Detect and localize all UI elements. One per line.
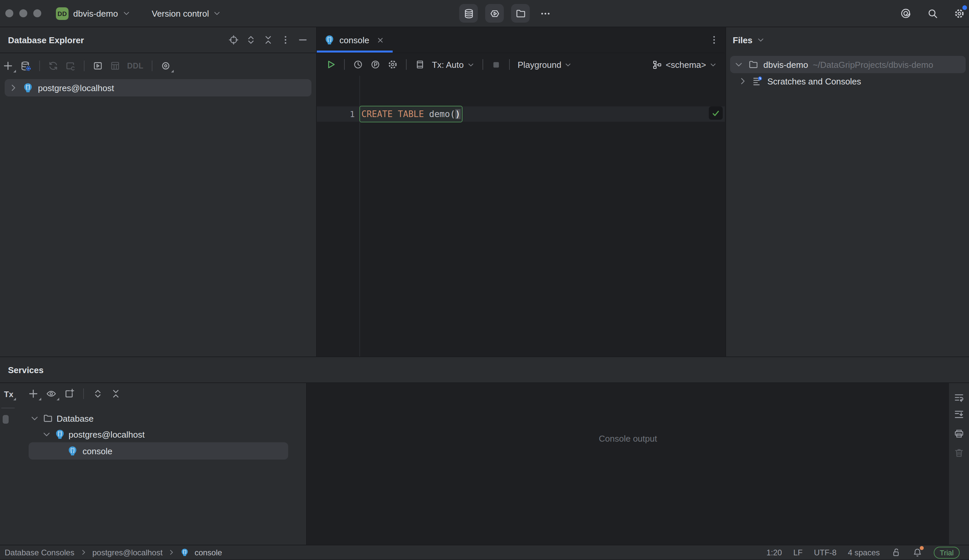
editor-area: console Tx: Auto Playground — [317, 27, 725, 356]
open-table-button[interactable] — [110, 60, 120, 71]
chevron-right-icon — [80, 549, 87, 556]
console-output-area[interactable]: Console output — [306, 383, 949, 545]
tree-item-console[interactable]: console — [28, 442, 288, 460]
disconnect-icon — [65, 60, 76, 71]
schema-selector[interactable]: <schema> — [653, 60, 717, 70]
chevron-right-icon — [738, 76, 748, 86]
folder-icon — [515, 8, 526, 19]
tx-mode-button[interactable]: Tx — [4, 390, 13, 399]
locate-button[interactable] — [228, 35, 239, 45]
console-output-toolbar — [949, 383, 969, 545]
close-window-button[interactable] — [5, 9, 13, 17]
scope-icon — [160, 60, 171, 71]
query-console-icon — [93, 60, 103, 71]
settings-button[interactable] — [951, 5, 967, 21]
view-options-button[interactable] — [46, 389, 57, 399]
line-separator-widget[interactable]: LF — [793, 548, 803, 557]
printer-icon — [954, 428, 964, 439]
notifications-button[interactable] — [912, 547, 922, 557]
open-in-new-tab-button[interactable] — [64, 389, 75, 399]
panel-options-button[interactable] — [280, 35, 291, 45]
collapse-all-icon — [110, 389, 121, 399]
readonly-toggle[interactable] — [891, 547, 901, 557]
titlebar-right-actions — [898, 5, 967, 21]
ide-window: DD dbvis-demo Version control Database E… — [0, 0, 969, 560]
breadcrumb-database-consoles[interactable]: Database Consoles — [5, 548, 74, 557]
tab-console[interactable]: console — [317, 27, 393, 53]
scroll-to-end-button[interactable] — [954, 409, 964, 420]
jump-to-console-button[interactable] — [93, 60, 103, 71]
tree-item-postgres-localhost[interactable]: postgres@localhost — [5, 79, 311, 96]
view-parameters-button[interactable] — [370, 59, 381, 70]
search-icon — [927, 8, 938, 19]
main-toolbar — [459, 4, 553, 23]
more-actions-button[interactable] — [537, 4, 553, 23]
breadcrumb-datasource[interactable]: postgres@localhost — [92, 548, 162, 557]
encoding-widget[interactable]: UTF-8 — [814, 548, 837, 557]
generate-ddl-button[interactable]: DDL — [127, 62, 143, 70]
execute-button[interactable] — [325, 59, 336, 70]
zoom-window-button[interactable] — [33, 9, 41, 17]
hide-panel-button[interactable] — [298, 35, 308, 45]
project-files-button[interactable] — [511, 4, 530, 23]
database-tool-button[interactable] — [459, 4, 478, 23]
scope-button[interactable] — [160, 60, 171, 71]
run-icon — [325, 59, 336, 70]
new-datasource-button[interactable] — [3, 60, 13, 71]
soft-wrap-button[interactable] — [954, 392, 964, 403]
console-settings-button[interactable] — [387, 59, 398, 70]
clear-output-button[interactable] — [954, 448, 964, 458]
tree-item-project-root[interactable]: dbvis-demo ~/DataGripProjects/dbvis-demo — [730, 56, 966, 73]
kebab-menu-icon — [280, 35, 291, 45]
ai-assistant-button[interactable] — [898, 5, 914, 21]
collapse-all-button[interactable] — [263, 35, 273, 45]
search-everywhere-button[interactable] — [924, 5, 941, 21]
tx-mode-value: Tx: Auto — [432, 60, 463, 70]
playground-dropdown[interactable]: Playground — [518, 60, 572, 70]
breadcrumbs: Database Consoles postgres@localhost con… — [5, 548, 222, 557]
plus-icon — [3, 60, 13, 71]
panel-header-actions — [228, 35, 308, 45]
run-configuration-button[interactable] — [485, 4, 504, 23]
add-service-button[interactable] — [28, 389, 38, 399]
panel-title: Files — [733, 35, 753, 45]
collapse-all-button[interactable] — [110, 389, 121, 399]
refresh-button[interactable] — [48, 60, 58, 71]
print-button[interactable] — [954, 428, 964, 439]
schema-value: <schema> — [666, 60, 706, 70]
database-icon — [463, 8, 474, 19]
chevron-down-icon — [709, 61, 717, 68]
toolbar-divider — [482, 59, 483, 70]
datasource-properties-button[interactable] — [20, 60, 31, 71]
project-folder-path: ~/DataGripProjects/dbvis-demo — [812, 60, 933, 70]
files-panel-header[interactable]: Files — [726, 27, 969, 53]
sql-statement[interactable]: CREATE TABLE demo() — [360, 106, 462, 122]
indent-widget[interactable]: 4 spaces — [848, 548, 880, 557]
minimize-window-button[interactable] — [19, 9, 27, 17]
plus-icon — [28, 389, 38, 399]
code-editor[interactable]: 1 CREATE TABLE demo() — [317, 76, 725, 357]
postgresql-icon — [23, 83, 33, 93]
caret-position-widget[interactable]: 1:20 — [766, 548, 782, 557]
tab-options-button[interactable] — [709, 35, 719, 45]
project-widget[interactable]: DD dbvis-demo — [56, 0, 130, 27]
query-history-button[interactable] — [353, 59, 363, 70]
playground-value: Playground — [518, 60, 561, 70]
check-icon — [711, 109, 720, 117]
disconnect-button[interactable] — [65, 60, 76, 71]
line-number: 1 — [317, 106, 355, 122]
tree-item-scratches[interactable]: Scratches and Consoles — [730, 73, 966, 89]
expand-all-button[interactable] — [93, 389, 103, 399]
stop-button[interactable] — [491, 60, 501, 70]
license-badge[interactable]: Trial — [934, 547, 960, 558]
eye-icon — [46, 389, 57, 399]
breadcrumb-console[interactable]: console — [195, 548, 222, 557]
in-editor-results-toggle[interactable] — [415, 59, 425, 70]
status-bar-widgets: 1:20 LF UTF-8 4 spaces Trial — [766, 547, 960, 558]
version-control-widget[interactable]: Version control — [152, 0, 221, 27]
tx-mode-dropdown[interactable]: Tx: Auto — [432, 60, 474, 70]
expand-all-button[interactable] — [246, 35, 256, 45]
inspection-status-widget[interactable] — [709, 106, 723, 120]
close-tab-icon[interactable] — [376, 36, 385, 44]
trash-icon — [954, 448, 964, 458]
